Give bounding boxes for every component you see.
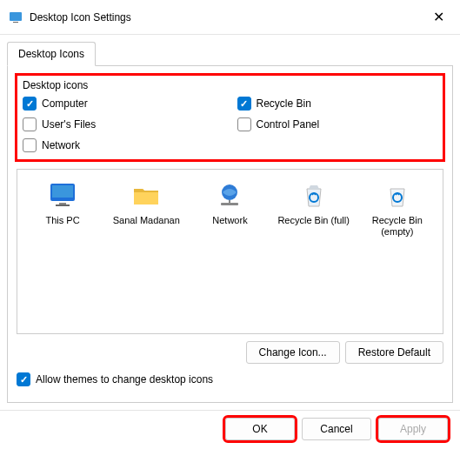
svg-rect-0	[10, 12, 22, 21]
svg-rect-8	[229, 200, 230, 204]
preview-label: Recycle Bin (full)	[277, 215, 350, 226]
cancel-button[interactable]: Cancel	[302, 418, 371, 440]
preview-label: Network	[212, 215, 247, 226]
preview-this-pc[interactable]: This PC	[26, 180, 99, 226]
checkbox-row-network: Network	[23, 138, 223, 152]
allow-themes-row: Allow themes to change desktop icons	[17, 372, 443, 386]
tab-row: Desktop Icons	[0, 38, 460, 66]
checkbox-row-computer: Computer	[23, 97, 223, 111]
checkbox-controlpanel-label: Control Panel	[257, 118, 320, 131]
checkbox-row-usersfiles: User's Files	[23, 117, 223, 131]
icon-preview-area: This PC Sanal Madanan Network Recycle Bi…	[17, 169, 443, 334]
checkbox-row-controlpanel: Control Panel	[237, 117, 438, 131]
ok-button[interactable]: OK	[225, 418, 295, 440]
folder-icon	[130, 180, 162, 211]
preview-label: This PC	[46, 215, 80, 226]
apply-button[interactable]: Apply	[378, 418, 448, 440]
preview-recyclebin-full[interactable]: Recycle Bin (full)	[277, 180, 350, 226]
tab-content: Desktop icons Computer Recycle Bin User'…	[7, 65, 453, 403]
preview-user-folder[interactable]: Sanal Madanan	[110, 180, 183, 226]
titlebar: Desktop Icon Settings ✕	[0, 0, 460, 35]
desktop-icons-fieldset: Desktop icons Computer Recycle Bin User'…	[15, 73, 445, 162]
checkbox-usersfiles[interactable]	[23, 117, 37, 131]
preview-label: Sanal Madanan	[113, 215, 180, 226]
checkbox-allow-themes[interactable]	[17, 372, 30, 386]
allow-themes-label: Allow themes to change desktop icons	[36, 373, 213, 385]
svg-rect-3	[52, 185, 73, 198]
recyclebin-full-icon	[298, 180, 330, 211]
tab-desktop-icons[interactable]: Desktop Icons	[7, 42, 96, 66]
checkbox-recyclebin-label: Recycle Bin	[257, 97, 311, 110]
change-icon-button[interactable]: Change Icon...	[246, 341, 340, 364]
window-title: Desktop Icon Settings	[30, 11, 426, 23]
recyclebin-empty-icon	[382, 180, 413, 211]
svg-rect-4	[59, 203, 66, 204]
preview-label: Recycle Bin (empty)	[361, 215, 434, 238]
fieldset-legend: Desktop icons	[23, 79, 437, 91]
checkbox-computer[interactable]	[23, 97, 37, 111]
checkbox-recyclebin[interactable]	[237, 97, 251, 111]
preview-network[interactable]: Network	[193, 180, 266, 226]
checkbox-usersfiles-label: User's Files	[42, 118, 96, 131]
checkbox-controlpanel[interactable]	[237, 117, 251, 131]
checkbox-network-label: Network	[42, 139, 80, 151]
close-button[interactable]: ✕	[426, 7, 451, 27]
svg-rect-5	[56, 204, 70, 206]
restore-default-button[interactable]: Restore Default	[345, 341, 443, 364]
checkbox-network[interactable]	[23, 138, 37, 152]
preview-recyclebin-empty[interactable]: Recycle Bin (empty)	[361, 180, 434, 238]
svg-rect-1	[13, 22, 18, 23]
icon-button-row: Change Icon... Restore Default	[17, 341, 443, 364]
dialog-button-row: OK Cancel Apply	[0, 410, 460, 447]
checkbox-row-recyclebin: Recycle Bin	[237, 97, 438, 111]
monitor-icon	[47, 180, 78, 211]
window-icon	[9, 10, 23, 24]
checkbox-computer-label: Computer	[42, 97, 88, 110]
network-icon	[214, 180, 245, 211]
